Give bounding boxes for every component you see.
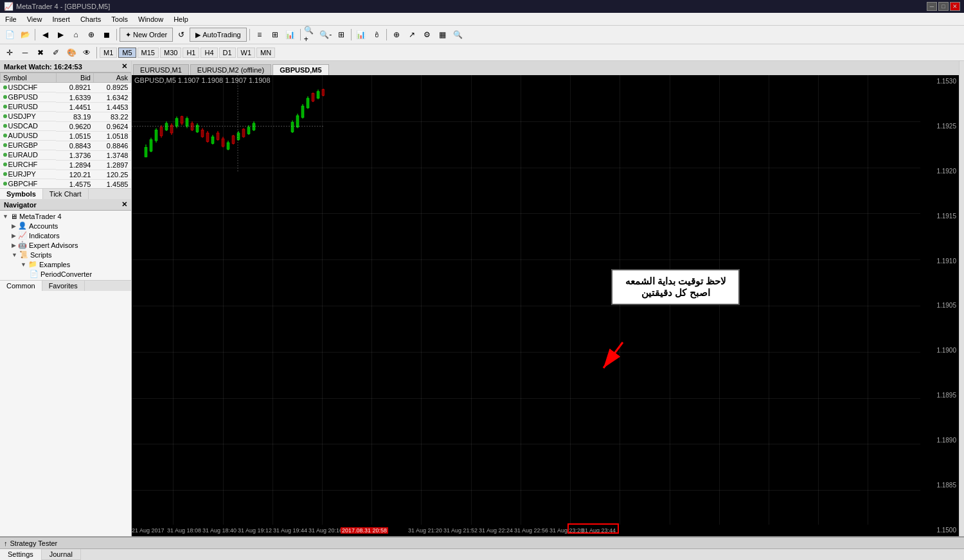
main-area: Market Watch: 16:24:53 ✕ Symbol Bid Ask … <box>0 61 964 536</box>
chart-scrollbar[interactable] <box>959 61 964 536</box>
menu-charts[interactable]: Charts <box>75 13 106 25</box>
nav-expert-advisors[interactable]: ▶ 🤖 Expert Advisors <box>10 240 130 250</box>
status-dot <box>3 105 7 109</box>
chart-tab-gbpusdm5[interactable]: GBPUSD,M5 <box>272 64 328 75</box>
tab-tick-chart[interactable]: Tick Chart <box>43 189 89 199</box>
market-watch-close[interactable]: ✕ <box>121 62 127 71</box>
candle-btn[interactable]: 🕯 <box>370 28 384 42</box>
chart-tab-eurusdm2[interactable]: EURUSD,M2 (offline) <box>190 64 271 75</box>
indicator-btn[interactable]: ⊕ <box>389 28 404 42</box>
arrow-right-btn[interactable]: ▶ <box>53 28 67 42</box>
grid-v-8 <box>521 75 521 525</box>
svg-rect-33 <box>227 143 229 150</box>
period-m30[interactable]: M30 <box>160 48 181 58</box>
market-watch-row[interactable]: EURAUD 1.3736 1.3748 <box>1 150 131 160</box>
tab-settings[interactable]: Settings <box>0 549 42 560</box>
tab-symbols[interactable]: Symbols <box>0 189 43 199</box>
nav-tree: ▼ 🖥 MetaTrader 4 ▶ 👤 Accounts ▶ 📈 Indica… <box>0 211 131 280</box>
arrow-left-btn[interactable]: ◀ <box>38 28 52 42</box>
menu-insert[interactable]: Insert <box>47 13 75 25</box>
svg-rect-3 <box>150 140 152 152</box>
menu-help[interactable]: Help <box>168 13 193 25</box>
draw-btn[interactable]: ✐ <box>49 46 63 60</box>
experts-icon: 🤖 <box>18 241 27 249</box>
chart-tab-eurusdm1[interactable]: EURUSD,M1 <box>133 64 189 75</box>
menu-view[interactable]: View <box>22 13 48 25</box>
nav-period-converter[interactable]: 📄 PeriodConverter <box>28 269 130 279</box>
chart-type-3[interactable]: 📊 <box>283 28 298 42</box>
nav-indicators[interactable]: ▶ 📈 Indicators <box>10 231 130 240</box>
menu-tools[interactable]: Tools <box>106 13 133 25</box>
period-m5[interactable]: M5 <box>118 48 136 58</box>
period-h4[interactable]: H4 <box>201 48 217 58</box>
market-watch-row[interactable]: USDCAD 0.9620 0.9624 <box>1 121 131 131</box>
nav-scripts[interactable]: ▼ 📜 Scripts <box>10 250 130 259</box>
navigator-close[interactable]: ✕ <box>121 200 127 209</box>
fit-btn[interactable]: ⊞ <box>334 28 348 42</box>
home-btn[interactable]: ⌂ <box>69 28 83 42</box>
chart-type-1[interactable]: ≡ <box>253 28 267 42</box>
period-m1[interactable]: M1 <box>100 48 117 58</box>
svg-rect-5 <box>155 130 157 141</box>
color-btn[interactable]: 🎨 <box>64 46 78 60</box>
price-1910: 1.1910 <box>920 258 956 265</box>
new-chart-btn[interactable]: 📄 <box>3 28 17 42</box>
nav-accounts[interactable]: ▶ 👤 Accounts <box>10 221 130 231</box>
period-m15[interactable]: M15 <box>138 48 159 58</box>
zoom-in2[interactable]: 🔍+ <box>303 28 317 42</box>
market-watch-row[interactable]: GBPUSD 1.6339 1.6342 <box>1 92 131 102</box>
tab-journal[interactable]: Journal <box>42 549 81 560</box>
market-watch-row[interactable]: EURUSD 1.4451 1.4453 <box>1 102 131 112</box>
trendline-btn[interactable]: ↗ <box>405 28 419 42</box>
minimize-button[interactable]: ─ <box>927 2 937 11</box>
nav-examples[interactable]: ▼ 📁 Examples <box>19 259 130 269</box>
zoom-out2[interactable]: 🔍- <box>319 28 333 42</box>
market-watch-row[interactable]: USDCHF 0.8921 0.8925 <box>1 83 131 93</box>
svg-rect-15 <box>181 117 183 124</box>
autotrading-button[interactable]: ▶AutoTrading <box>190 28 247 42</box>
menu-file[interactable]: File <box>0 13 22 25</box>
line-btn[interactable]: ─ <box>18 46 32 60</box>
chart-type-2[interactable]: ⊞ <box>268 28 282 42</box>
sep7 <box>96 47 97 58</box>
svg-line-257 <box>603 342 623 368</box>
grid-h-7 <box>132 398 920 399</box>
remove-btn[interactable]: ✖ <box>33 46 48 60</box>
market-watch-row[interactable]: GBPCHF 1.4575 1.4585 <box>1 179 131 188</box>
end-btn[interactable]: ⊕ <box>84 28 98 42</box>
price-1890: 1.1890 <box>920 437 956 444</box>
nav-root[interactable]: ▼ 🖥 MetaTrader 4 <box>1 212 130 221</box>
crosshair-btn[interactable]: ✛ <box>3 46 17 60</box>
close-button[interactable]: ✕ <box>950 2 960 11</box>
market-watch-title: Market Watch: 16:24:53 <box>4 63 82 71</box>
market-watch-row[interactable]: USDJPY 83.19 83.22 <box>1 112 131 121</box>
bar-chart-btn[interactable]: 📊 <box>354 28 368 42</box>
market-watch-row[interactable]: EURJPY 120.21 120.25 <box>1 170 131 179</box>
chart-canvas[interactable]: GBPUSD,M5 1.1907 1.1908 1.1907 1.1908 <box>132 75 959 536</box>
time-highlight-box <box>567 523 619 534</box>
period-w1[interactable]: W1 <box>237 48 256 58</box>
settings-btn[interactable]: ⚙ <box>420 28 434 42</box>
scripts-icon: 📜 <box>19 250 28 259</box>
hide-show-btn[interactable]: 👁 <box>80 46 94 60</box>
maximize-button[interactable]: □ <box>938 2 949 11</box>
new-order-button[interactable]: ✦New Order <box>120 28 173 42</box>
svg-rect-13 <box>175 119 178 127</box>
market-watch-row[interactable]: EURCHF 1.2894 1.2897 <box>1 160 131 170</box>
svg-rect-47 <box>296 116 299 127</box>
period-d1[interactable]: D1 <box>219 48 236 58</box>
open-btn[interactable]: 📂 <box>18 28 32 42</box>
terminal-btn[interactable]: ▦ <box>436 28 450 42</box>
search-toolbar-btn[interactable]: 🔍 <box>451 28 465 42</box>
zoom-in-btn[interactable]: ◼ <box>100 28 114 42</box>
arrow2-btn[interactable]: ↺ <box>174 28 188 42</box>
market-watch-row[interactable]: EURGBP 0.8843 0.8846 <box>1 141 131 150</box>
tester-collapse-icon[interactable]: ↑ <box>4 539 8 547</box>
tab-favorites[interactable]: Favorites <box>42 281 85 291</box>
tab-common[interactable]: Common <box>0 281 42 291</box>
menu-window[interactable]: Window <box>133 13 168 25</box>
grid-h-5 <box>132 306 920 306</box>
market-watch-row[interactable]: AUDUSD 1.0515 1.0518 <box>1 131 131 141</box>
period-mn[interactable]: MN <box>256 48 275 58</box>
period-h1[interactable]: H1 <box>183 48 199 58</box>
